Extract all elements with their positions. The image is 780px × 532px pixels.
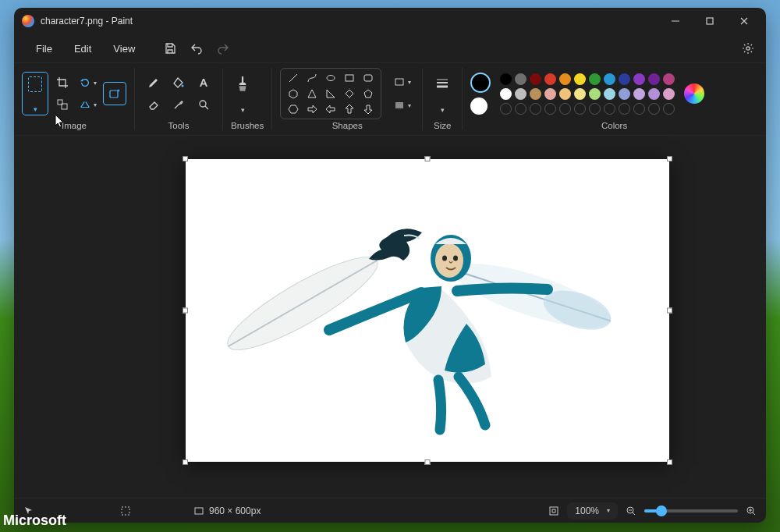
shape-right-triangle-icon[interactable] — [324, 87, 337, 100]
color-swatch[interactable] — [589, 88, 601, 100]
shape-rect-icon[interactable] — [343, 72, 356, 84]
color-swatch[interactable] — [515, 73, 526, 85]
size-button[interactable]: ▾ — [431, 72, 454, 115]
custom-color-slot[interactable] — [663, 103, 675, 115]
color-swatch[interactable] — [559, 73, 571, 85]
zoom-level[interactable]: 100% ▾ — [567, 502, 618, 520]
canvas-area[interactable] — [14, 136, 766, 498]
color-swatch[interactable] — [604, 88, 615, 100]
color-swatch[interactable] — [633, 88, 645, 100]
color-2[interactable] — [470, 98, 488, 115]
custom-color-slot[interactable] — [589, 103, 601, 115]
custom-color-slot[interactable] — [559, 103, 571, 115]
edit-colors-button[interactable] — [684, 83, 704, 104]
titlebar: character7.png - Paint — [14, 8, 766, 34]
resize-handle[interactable] — [667, 308, 672, 314]
color-swatch[interactable] — [648, 88, 660, 100]
color-swatch[interactable] — [544, 88, 556, 100]
shape-pentagon-icon[interactable] — [362, 87, 374, 100]
save-button[interactable] — [157, 37, 183, 60]
custom-color-slot[interactable] — [500, 103, 512, 115]
menu-view[interactable]: View — [102, 38, 146, 59]
custom-color-slot[interactable] — [648, 103, 660, 115]
shape-arrow-up-icon[interactable] — [343, 103, 356, 115]
redo-button[interactable] — [210, 37, 236, 60]
color-swatch[interactable] — [530, 88, 541, 100]
shape-outline-button[interactable]: ▾ — [391, 72, 414, 92]
crop-button[interactable] — [51, 73, 73, 93]
shape-roundrect-icon[interactable] — [362, 72, 374, 84]
shape-arrow-down-icon[interactable] — [362, 103, 374, 115]
shape-arrow-right-icon[interactable] — [306, 103, 318, 115]
custom-color-slot[interactable] — [619, 103, 630, 115]
color-swatch[interactable] — [663, 73, 675, 85]
text-tool[interactable] — [193, 73, 214, 93]
sparkle-image-icon — [108, 87, 121, 100]
custom-color-slot[interactable] — [633, 103, 645, 115]
select-tool[interactable]: ▾ — [22, 72, 48, 115]
color-swatch[interactable] — [515, 88, 526, 100]
shapes-gallery[interactable] — [280, 68, 381, 119]
resize-handle[interactable] — [667, 459, 672, 465]
maximize-button[interactable] — [693, 9, 727, 33]
color-swatch[interactable] — [633, 73, 645, 85]
color-swatch[interactable] — [663, 88, 675, 100]
color-swatch[interactable] — [574, 73, 586, 85]
shape-oval-icon[interactable] — [324, 72, 337, 84]
resize-handle[interactable] — [667, 156, 672, 161]
zoom-slider[interactable] — [644, 509, 738, 512]
selection-size-icon — [120, 505, 131, 516]
zoom-out-button[interactable] — [626, 505, 636, 516]
resize-handle[interactable] — [183, 156, 188, 161]
custom-color-slot[interactable] — [574, 103, 586, 115]
canvas[interactable] — [186, 159, 669, 462]
custom-color-slot[interactable] — [604, 103, 615, 115]
color-swatch[interactable] — [619, 73, 630, 85]
resize-handle[interactable] — [183, 308, 188, 314]
shape-line-icon[interactable] — [287, 72, 300, 84]
color-swatch[interactable] — [544, 73, 556, 85]
magnifier-tool[interactable] — [193, 94, 214, 115]
color-swatch[interactable] — [648, 73, 660, 85]
shape-triangle-icon[interactable] — [306, 87, 318, 100]
fill-tool[interactable] — [168, 73, 190, 93]
color-swatch[interactable] — [589, 73, 601, 85]
custom-color-slot[interactable] — [515, 103, 526, 115]
shape-diamond-icon[interactable] — [343, 87, 356, 100]
resize-handle[interactable] — [425, 156, 431, 161]
menu-file[interactable]: File — [25, 38, 63, 59]
brushes-button[interactable]: ▾ — [231, 72, 254, 115]
shape-polygon-icon[interactable] — [287, 87, 300, 100]
shape-curve-icon[interactable] — [306, 72, 318, 84]
eraser-tool[interactable] — [143, 94, 165, 115]
custom-color-slot[interactable] — [544, 103, 556, 115]
resize-handle[interactable] — [183, 459, 188, 465]
shape-hexagon-icon[interactable] — [287, 103, 300, 115]
image-ai-button[interactable] — [103, 82, 126, 105]
color-swatch[interactable] — [500, 88, 512, 100]
menu-edit[interactable]: Edit — [63, 38, 102, 59]
color-swatch[interactable] — [604, 73, 615, 85]
close-button[interactable] — [727, 9, 761, 33]
rotate-button[interactable]: ▾ — [76, 73, 100, 93]
flip-button[interactable]: ▾ — [76, 94, 100, 115]
shape-arrow-left-icon[interactable] — [324, 103, 337, 115]
undo-button[interactable] — [183, 37, 210, 60]
color-swatch[interactable] — [530, 73, 541, 85]
fit-to-window-button[interactable] — [548, 505, 559, 516]
color-swatch[interactable] — [559, 88, 571, 100]
color-swatch[interactable] — [619, 88, 630, 100]
magnifier-icon — [197, 98, 210, 111]
minimize-button[interactable] — [658, 9, 693, 33]
color-picker-tool[interactable] — [168, 94, 190, 115]
resize-button[interactable] — [51, 94, 73, 115]
shape-fill-button[interactable]: ▾ — [391, 95, 414, 115]
color-1[interactable] — [470, 73, 491, 93]
zoom-in-button[interactable] — [746, 505, 757, 516]
custom-color-slot[interactable] — [530, 103, 541, 115]
settings-button[interactable] — [735, 37, 761, 60]
pencil-tool[interactable] — [143, 73, 165, 93]
color-swatch[interactable] — [574, 88, 586, 100]
resize-handle[interactable] — [425, 459, 431, 465]
color-swatch[interactable] — [500, 73, 512, 85]
